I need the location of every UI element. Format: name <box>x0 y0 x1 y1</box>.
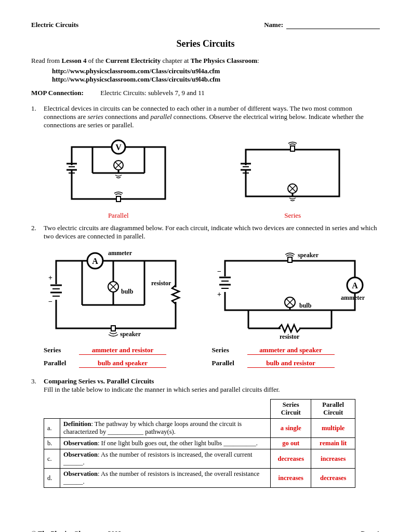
row-letter: c. <box>44 449 60 469</box>
row-letter: b. <box>44 438 60 449</box>
name-blank-line[interactable] <box>286 21 380 29</box>
label-ammeter-r: ammeter <box>341 294 365 301</box>
label-speaker: speaker <box>120 330 141 338</box>
q1-diagram-left: V Parallel <box>61 137 176 220</box>
q3-text: Fill in the table below to indicate the … <box>44 385 280 393</box>
question-3: 3. Comparing Series vs. Parallel Circuit… <box>31 377 380 394</box>
q3-number: 3. <box>31 377 44 394</box>
svg-text:A: A <box>92 257 98 265</box>
q2-answers-right: Series ammeter and speaker Parallel bulb… <box>212 346 380 372</box>
svg-text:+: + <box>48 274 52 282</box>
intro-site: The Physics Classroom <box>191 57 257 64</box>
footer-page: Page 1 <box>361 529 380 532</box>
label-bulb: bulb <box>121 288 134 295</box>
svg-text:+: + <box>217 290 221 298</box>
comparison-table: Series Circuit Parallel Circuit a. Defin… <box>44 399 355 488</box>
parallel-answer-right: bulb and resistor <box>247 359 335 368</box>
svg-rect-27 <box>56 261 176 328</box>
table-row: a. Definition: The pathway by which char… <box>44 419 355 438</box>
q1-series-word: series <box>87 113 103 121</box>
parallel-answer-left: bulb and speaker <box>79 359 166 368</box>
q2-number: 2. <box>31 224 44 241</box>
row-parallel: increases <box>311 449 355 469</box>
svg-rect-15 <box>116 196 121 202</box>
q2-answers-left: Series ammeter and resistor Parallel bul… <box>44 346 212 372</box>
row-parallel: remain lit <box>311 438 355 449</box>
q1-label-parallel: Parallel <box>61 211 176 220</box>
svg-text:−: − <box>217 268 221 275</box>
circuit-series-icon <box>235 137 350 209</box>
subject-label: Electric Circuits <box>31 21 78 29</box>
page-footer: © The Physics Classroom, 2009 Page 1 <box>31 529 380 532</box>
reference-urls: http://www.physicsclassroom.com/Class/ci… <box>52 67 380 84</box>
question-2: 2. Two electric circuits are diagrammed … <box>31 224 380 241</box>
intro-chapter: Current Electricity <box>105 57 161 64</box>
table-row: b. Observation: If one light bulb goes o… <box>44 438 355 449</box>
q1-body: Electrical devices in circuits can be co… <box>44 104 380 129</box>
q2-diagram-right: − + speaker A ammeter bulb resistor <box>212 248 368 339</box>
mop-connection: MOP Connection: Electric Circuits: suble… <box>31 89 380 97</box>
circuit-left-icon: + − A ammeter resistor bulb spe <box>43 248 189 339</box>
q1-number: 1. <box>31 104 44 129</box>
svg-text:V: V <box>115 143 122 152</box>
svg-text:−: − <box>48 298 52 305</box>
intro-text: Read from Lesson 4 of the Current Electr… <box>31 57 380 65</box>
name-label: Name: <box>264 21 283 29</box>
series-answer-left: ammeter and resistor <box>79 346 166 355</box>
url-2: http://www.physicsclassroom.com/Class/ci… <box>52 75 380 84</box>
intro-colon: : <box>257 57 259 64</box>
row-desc: Observation: If one light bulb goes out,… <box>60 438 271 449</box>
label-ammeter: ammeter <box>108 249 132 257</box>
svg-text:A: A <box>352 281 358 290</box>
question-1: 1. Electrical devices in circuits can be… <box>31 104 380 129</box>
mop-text: Electric Circuits: sublevels 7, 9 and 11 <box>100 89 205 97</box>
q2-text: Two electric circuits are diagrammed bel… <box>44 224 380 241</box>
q1-label-series: Series <box>235 211 350 220</box>
name-field: Name: <box>264 21 380 29</box>
label-resistor: resistor <box>151 280 171 287</box>
circuit-parallel-icon: V <box>61 137 176 209</box>
q1-diagrams: V Parallel <box>31 137 380 220</box>
footer-copyright: © The Physics Classroom, 2009 <box>31 529 122 532</box>
parallel-label-right: Parallel <box>212 359 247 367</box>
table-row: d. Observation: As the number of resisto… <box>44 469 355 488</box>
row-series: increases <box>271 469 311 488</box>
parallel-label-left: Parallel <box>44 359 79 367</box>
col-parallel: Parallel Circuit <box>311 400 355 419</box>
q1-parallel-word: parallel <box>150 113 171 121</box>
series-answer-right: ammeter and speaker <box>247 346 335 355</box>
row-series: a single <box>271 419 311 438</box>
q1-diagram-right: Series <box>235 137 350 220</box>
svg-rect-22 <box>290 146 295 151</box>
q2-diagram-left: + − A ammeter resistor bulb spe <box>43 248 189 339</box>
row-desc: Observation: As the number of resistors … <box>60 449 271 469</box>
label-resistor-r: resistor <box>280 333 300 339</box>
series-label-right: Series <box>212 346 247 354</box>
intro-prefix: Read from <box>31 57 61 64</box>
q2-answers: Series ammeter and resistor Parallel bul… <box>44 346 380 372</box>
intro-mid: of the <box>87 57 105 64</box>
intro-suffix: chapter at <box>161 57 190 64</box>
circuit-right-icon: − + speaker A ammeter bulb resistor <box>212 248 368 339</box>
svg-rect-46 <box>111 326 115 331</box>
row-parallel: multiple <box>311 419 355 438</box>
page-title: Series Circuits <box>31 38 380 49</box>
row-parallel: decreases <box>311 469 355 488</box>
intro-lesson: Lesson 4 <box>61 57 86 64</box>
col-series: Series Circuit <box>271 400 311 419</box>
url-1: http://www.physicsclassroom.com/Class/ci… <box>52 67 380 75</box>
svg-rect-55 <box>288 257 292 262</box>
mop-label: MOP Connection: <box>31 89 84 97</box>
row-desc: Observation: As the number of resistors … <box>60 469 271 488</box>
q1-text-b: connections and <box>103 113 151 121</box>
row-series: go out <box>271 438 311 449</box>
label-bulb-r: bulb <box>299 302 312 309</box>
table-row: c. Observation: As the number of resisto… <box>44 449 355 469</box>
row-letter: d. <box>44 469 60 488</box>
series-label-left: Series <box>44 346 79 354</box>
q2-diagrams: + − A ammeter resistor bulb spe <box>31 248 380 339</box>
q3-body: Comparing Series vs. Parallel Circuits F… <box>44 377 380 394</box>
row-letter: a. <box>44 419 60 438</box>
row-desc: Definition: The pathway by which charge … <box>60 419 271 438</box>
label-speaker-r: speaker <box>298 251 319 259</box>
